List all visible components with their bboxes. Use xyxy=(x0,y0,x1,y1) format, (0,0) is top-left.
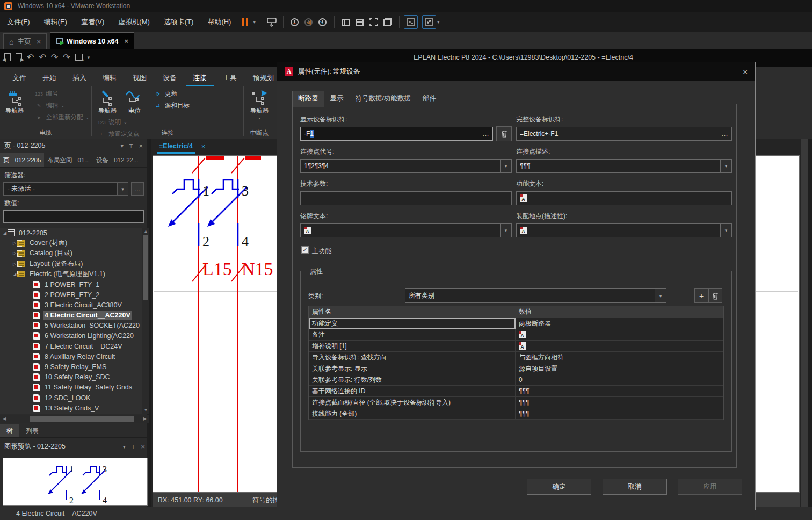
delete-dt-button[interactable] xyxy=(496,126,512,141)
editor-vertical-scrollbar[interactable] xyxy=(801,139,808,507)
editor-tab-electric4[interactable]: =Electric/4 xyxy=(157,140,195,154)
menu-edit[interactable]: 编辑(E) xyxy=(37,12,74,32)
tree-item[interactable]: 9 Safety Relay_EMS xyxy=(0,362,149,372)
pause-button[interactable] xyxy=(238,15,252,29)
panel-tab-pages[interactable]: 页 - 012-2205 xyxy=(0,153,44,167)
close-tab-icon[interactable]: × xyxy=(37,38,41,46)
thumbnail-bar-button[interactable] xyxy=(353,15,367,29)
panel-menu-icon[interactable]: ▾ xyxy=(121,143,124,149)
pin-icon[interactable]: ⊤ xyxy=(129,143,134,149)
tree-item[interactable]: ◢Electric (电气原理图V1.1) xyxy=(0,269,149,279)
value-input[interactable] xyxy=(3,210,144,223)
table-row[interactable]: 功能定义 两极断路器 xyxy=(309,318,723,329)
cable-edit-button[interactable]: ✎编辑⌄ xyxy=(34,102,89,110)
displayed-dt-input[interactable]: -F1 ... xyxy=(300,127,493,141)
table-row[interactable]: 增补说明 [1] A xyxy=(309,341,723,352)
revert-snapshot-button[interactable]: ◀ xyxy=(302,15,316,29)
panel-tab-devices[interactable]: 设备 - 012-22... xyxy=(93,153,142,167)
full-dt-input[interactable]: =Electric+-F1 ... xyxy=(516,127,732,141)
console-view-button[interactable] xyxy=(404,15,418,29)
undo-icon[interactable]: ↶ xyxy=(27,52,34,62)
pin-icon[interactable]: ⊤ xyxy=(131,444,136,450)
potential-button[interactable]: 电位 xyxy=(122,86,147,115)
mounting-location-input[interactable]: A ▾ xyxy=(516,223,732,237)
scroll-left-icon[interactable]: ◀ xyxy=(1,415,8,422)
new-page-icon[interactable]: ◀ xyxy=(4,53,11,61)
tree-item[interactable]: 7 Electric Circuit__DC24V xyxy=(0,341,149,351)
menu-vm[interactable]: 虚拟机(M) xyxy=(111,12,157,32)
panel-menu-icon[interactable]: ▾ xyxy=(123,444,126,450)
table-row[interactable]: 导入设备标识符: 查找方向 与图框方向相符 xyxy=(309,352,723,363)
close-panel-icon[interactable]: × xyxy=(141,443,145,451)
connection-navigator-button[interactable]: 导航器 xyxy=(95,86,120,115)
ribbon-tab-insert[interactable]: 插入 xyxy=(66,70,93,86)
redo-icon[interactable]: ↷ xyxy=(51,52,58,62)
menu-file[interactable]: 文件(F) xyxy=(0,12,37,32)
tab-list[interactable]: 列表 xyxy=(19,424,45,437)
filter-dropdown[interactable]: - 未激活 - ▾ xyxy=(3,182,128,196)
snapshot-manager-button[interactable]: ─ xyxy=(316,15,330,29)
table-row[interactable]: 备注 A xyxy=(309,329,723,341)
tech-params-input[interactable] xyxy=(300,191,512,205)
scrollbar-thumb[interactable] xyxy=(143,235,148,300)
chevron-down-icon[interactable]: ▾ xyxy=(655,289,666,302)
take-snapshot-button[interactable]: + xyxy=(288,15,302,29)
panel-tab-layoutspace[interactable]: 布局空间 - 01... xyxy=(44,153,93,167)
tree-item[interactable]: ◢012-2205 xyxy=(0,228,149,238)
library-pane-button[interactable] xyxy=(339,15,353,29)
chevron-down-icon[interactable]: ▾ xyxy=(500,160,511,172)
close-dialog-icon[interactable]: × xyxy=(743,67,748,76)
ribbon-tab-tools[interactable]: 工具 xyxy=(216,70,244,86)
chevron-down-icon[interactable]: ▾ xyxy=(500,224,511,237)
connection-point-input[interactable]: 1¶2¶3¶4 ▾ xyxy=(300,159,512,173)
ribbon-tab-connection[interactable]: 连接 xyxy=(186,70,214,86)
tree-item[interactable]: 6 Workstation Lighting(AC220 xyxy=(0,331,149,341)
fullscreen-button[interactable] xyxy=(367,15,381,29)
stretch-caret-icon[interactable]: ▾ xyxy=(437,19,440,25)
close-panel-icon[interactable]: × xyxy=(139,142,143,150)
unity-button[interactable] xyxy=(381,15,395,29)
stretch-view-button[interactable] xyxy=(422,15,436,29)
tree-vertical-scrollbar[interactable]: ▲ ▼ xyxy=(142,228,149,414)
cable-numbering-button[interactable]: 123编号 xyxy=(34,90,89,98)
table-row[interactable]: 连接点截面积/直径 (全部,取决于设备标识符导入) ¶¶¶ xyxy=(309,397,723,408)
ok-button[interactable]: 确定 xyxy=(527,479,591,495)
close-tab-icon[interactable]: × xyxy=(125,37,129,45)
cable-navigator-button[interactable]: 导航器 xyxy=(2,86,27,115)
browse-button[interactable]: ... xyxy=(722,131,728,137)
tree-item[interactable]: 1 POWER_FTY_1 xyxy=(0,279,149,290)
scrollbar-thumb[interactable] xyxy=(30,416,134,422)
ribbon-tab-device[interactable]: 设备 xyxy=(156,70,184,86)
ribbon-tab-preplanning[interactable]: 预规划 xyxy=(246,70,277,86)
function-text-input[interactable]: A xyxy=(516,191,732,205)
chevron-down-icon[interactable]: ▾ xyxy=(720,224,731,237)
chevron-down-icon[interactable]: ▾ xyxy=(720,160,731,172)
scroll-down-icon[interactable]: ▼ xyxy=(142,407,149,414)
note-button[interactable]: 123说明⌄ xyxy=(97,118,146,126)
tree-horizontal-scrollbar[interactable]: ◀ ▶ xyxy=(0,415,149,423)
qat-more-icon[interactable]: ▾ xyxy=(88,55,90,60)
tab-tree[interactable]: 树 xyxy=(0,424,19,437)
add-property-button[interactable]: + xyxy=(694,288,708,303)
table-row[interactable]: 基于网络连接的 ID ¶¶¶ xyxy=(309,386,723,397)
scroll-right-icon[interactable]: ▶ xyxy=(141,415,148,422)
open-page-icon[interactable]: ▶ xyxy=(16,53,22,61)
tree-item[interactable]: 10 Safety Relay_SDC xyxy=(0,372,149,382)
table-row[interactable]: 关联参考显示: 显示 源自项目设置 xyxy=(309,363,723,374)
delete-property-button[interactable] xyxy=(708,288,722,303)
cable-reassign-button[interactable]: ➤全部重新分配⌄ xyxy=(34,113,89,121)
tree-item[interactable]: ▷Catalog (目录) xyxy=(0,248,149,258)
menu-tabs[interactable]: 选项卡(T) xyxy=(157,12,201,32)
scroll-up-icon[interactable]: ▲ xyxy=(142,228,149,235)
menu-help[interactable]: 帮助(H) xyxy=(200,12,238,32)
tree-item[interactable]: 2 POWER_FTY_2 xyxy=(0,290,149,300)
pause-caret-icon[interactable]: ▾ xyxy=(253,19,256,25)
tree-item[interactable]: ▷Layout (设备布局) xyxy=(0,259,149,269)
tab-home[interactable]: ⌂ 主页 × xyxy=(3,33,47,49)
ribbon-tab-start[interactable]: 开始 xyxy=(35,70,63,86)
source-target-button[interactable]: ⇄源和目标 xyxy=(154,102,190,110)
ribbon-tab-edit[interactable]: 编辑 xyxy=(96,70,124,86)
tree-item[interactable]: 11 Safety Relay_Safety Grids xyxy=(0,382,149,393)
tree-item[interactable]: 12 SDC_LOOK xyxy=(0,393,149,403)
ribbon-tab-view[interactable]: 视图 xyxy=(126,70,154,86)
